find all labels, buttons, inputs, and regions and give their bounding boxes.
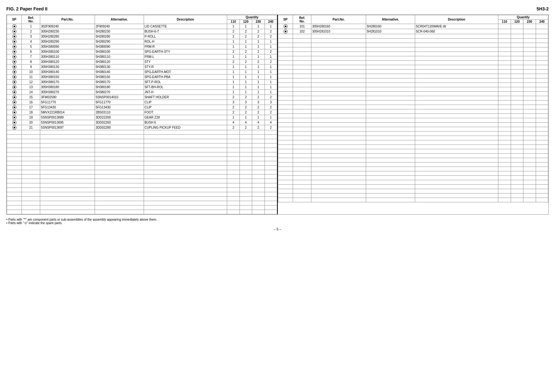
right-empty-q240 — [536, 136, 548, 140]
right-empty-alt — [366, 140, 415, 145]
right-qty-230-cell — [523, 24, 536, 29]
empty-partno — [40, 210, 95, 214]
qty-110-cell: 4 — [227, 120, 240, 125]
right-empty-q230 — [523, 52, 536, 56]
right-empty-q230 — [523, 176, 536, 180]
right-empty-q120 — [511, 167, 523, 171]
right-empty-q120 — [511, 145, 523, 149]
right-empty-partno — [311, 92, 366, 96]
right-empty-q240 — [536, 176, 548, 180]
right-empty-partno — [311, 193, 366, 198]
empty-desc — [144, 166, 227, 170]
empty-q230 — [252, 183, 265, 188]
right-empty-desc — [415, 145, 498, 149]
qty-230-cell: 2 — [252, 49, 265, 54]
desc-cell: FOOT — [144, 110, 227, 115]
right-empty-q230 — [523, 87, 536, 92]
qty-230-cell: 2 — [252, 105, 265, 110]
right-empty-partno — [311, 171, 366, 176]
empty-q110 — [227, 183, 240, 188]
right-empty-partno — [311, 39, 366, 43]
right-qty-230-cell — [523, 29, 536, 34]
ref-cell: 6 — [22, 49, 40, 54]
right-empty-q240 — [536, 56, 548, 61]
empty-q240 — [265, 161, 277, 166]
empty-q230 — [252, 135, 265, 139]
right-empty-q240 — [536, 140, 548, 145]
right-empty-row — [278, 65, 548, 70]
right-empty-desc — [415, 43, 498, 47]
empty-q120 — [240, 210, 252, 214]
ref-cell: 9 — [22, 64, 40, 70]
right-empty-alt — [366, 136, 415, 140]
right-empty-q240 — [536, 105, 548, 109]
empty-q110 — [227, 152, 240, 157]
right-empty-q230 — [523, 167, 536, 171]
right-empty-desc — [415, 83, 498, 87]
desc-cell: FRM-L — [144, 54, 227, 59]
empty-ref — [22, 152, 40, 157]
right-empty-q120 — [511, 83, 523, 87]
right-empty-sp — [278, 83, 293, 87]
right-empty-ref — [293, 140, 311, 145]
right-empty-q240 — [536, 189, 548, 193]
empty-q120 — [240, 175, 252, 179]
qty-240-cell: 3 — [265, 100, 277, 105]
right-empty-partno — [311, 87, 366, 92]
empty-partno — [40, 157, 95, 161]
empty-sp — [7, 188, 22, 192]
right-empty-partno — [311, 109, 366, 114]
right-empty-partno — [311, 56, 366, 61]
right-alt-cell: 5H280160 — [366, 24, 415, 29]
empty-q230 — [252, 152, 265, 157]
empty-alt — [95, 201, 144, 205]
right-empty-q120 — [511, 47, 523, 52]
left-table-row: 5 305H380090 5H380090 FRM-R 1 1 1 1 — [7, 44, 277, 49]
sp-cell — [7, 70, 22, 75]
right-empty-q230 — [523, 47, 536, 52]
empty-alt — [95, 188, 144, 192]
empty-sp — [7, 170, 22, 175]
right-empty-q110 — [498, 167, 511, 171]
right-empty-sp — [278, 39, 293, 43]
qty-120-cell: 1 — [240, 90, 252, 95]
ref-cell: 18 — [22, 110, 40, 115]
empty-partno — [40, 188, 95, 192]
qty-230-cell: 1 — [252, 39, 265, 44]
alt-cell: 5H380150 — [95, 75, 144, 80]
empty-row — [7, 183, 277, 188]
empty-alt — [95, 130, 144, 135]
right-empty-partno — [311, 114, 366, 118]
right-empty-desc — [415, 185, 498, 189]
qty-230-cell: 3 — [252, 100, 265, 105]
left-parts-table: SP Ref.No. Part.No. Alternative. Descrip… — [7, 15, 277, 214]
right-empty-alt — [366, 171, 415, 176]
right-section: SP Ref.No. Part.No. Alternative. Descrip… — [278, 15, 548, 214]
qty-110-cell: 1 — [227, 54, 240, 59]
empty-partno — [40, 179, 95, 183]
alt-cell: 5H380100 — [95, 49, 144, 54]
right-empty-row — [278, 198, 548, 202]
empty-partno — [40, 135, 95, 139]
sp-cell — [7, 120, 22, 125]
right-empty-ref — [293, 34, 311, 39]
empty-alt — [95, 179, 144, 183]
right-empty-desc — [415, 189, 498, 193]
empty-q120 — [240, 139, 252, 144]
right-empty-partno — [311, 140, 366, 145]
right-empty-row — [278, 114, 548, 118]
empty-row — [7, 175, 277, 179]
empty-desc — [144, 157, 227, 161]
qty-230-cell: 1 — [252, 115, 265, 120]
qty-120-cell: 2 — [240, 110, 252, 115]
right-empty-alt — [366, 34, 415, 39]
right-empty-row — [278, 39, 548, 43]
right-empty-q110 — [498, 132, 511, 136]
empty-q120 — [240, 161, 252, 166]
ref-cell: 13 — [22, 85, 40, 90]
qty-120-cell: 3 — [240, 100, 252, 105]
empty-desc — [144, 152, 227, 157]
right-empty-partno — [311, 162, 366, 167]
empty-alt — [95, 170, 144, 175]
empty-q110 — [227, 157, 240, 161]
